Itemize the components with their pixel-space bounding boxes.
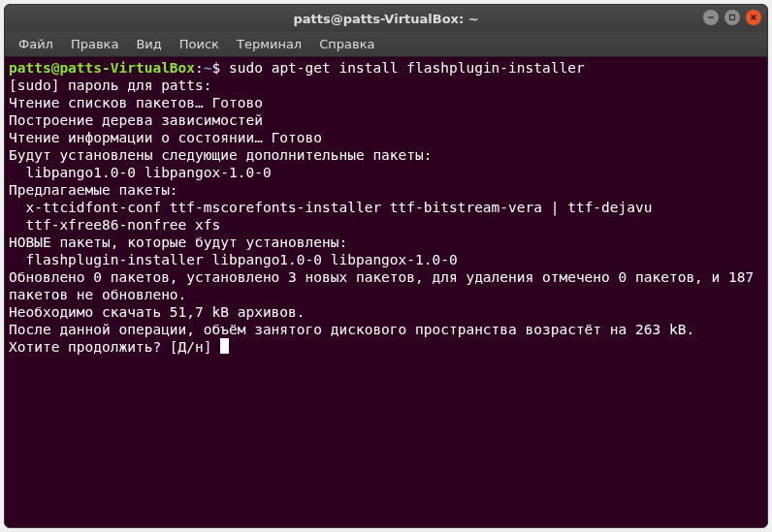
output-line: Предлагаемые пакеты: xyxy=(9,182,178,198)
svg-rect-1 xyxy=(730,16,735,20)
output-line: Чтение списков пакетов… Готово xyxy=(9,95,263,110)
menu-view[interactable]: Вид xyxy=(128,34,169,54)
prompt-dollar: $ xyxy=(212,60,229,76)
output-line: Необходимо скачать 51,7 kB архивов. xyxy=(9,304,306,320)
prompt-user-host: patts@patts-VirtualBox xyxy=(9,60,195,76)
output-line: Обновлено 0 пакетов, установлено 3 новых… xyxy=(9,269,762,302)
cursor xyxy=(220,338,229,354)
prompt-path: ~ xyxy=(204,60,212,76)
terminal-area[interactable]: patts@patts-VirtualBox:~$ sudo apt-get i… xyxy=(5,57,767,527)
prompt-colon: : xyxy=(195,60,204,76)
output-line: Построение дерева зависимостей xyxy=(9,112,263,128)
minimize-button[interactable] xyxy=(703,10,719,25)
output-line: ttf-xfree86-nonfree xfs xyxy=(9,217,220,233)
menubar: Файл Правка Вид Поиск Терминал Справка xyxy=(5,32,767,57)
titlebar[interactable]: patts@patts-VirtualBox: ~ xyxy=(5,5,767,32)
window-title: patts@patts-VirtualBox: ~ xyxy=(293,12,478,26)
close-icon xyxy=(750,14,757,21)
menu-search[interactable]: Поиск xyxy=(172,34,227,54)
maximize-button[interactable] xyxy=(724,10,740,25)
output-line: x-ttcidfont-conf ttf-mscorefonts-install… xyxy=(9,200,652,215)
menu-edit[interactable]: Правка xyxy=(63,34,126,54)
output-line: НОВЫЕ пакеты, которые будут установлены: xyxy=(9,235,347,250)
window-controls xyxy=(703,10,761,25)
menu-help[interactable]: Справка xyxy=(311,34,382,54)
maximize-icon xyxy=(728,14,736,21)
command-text: sudo apt-get install flashplugin-install… xyxy=(229,60,585,76)
output-line: Будут установлены следующие дополнительн… xyxy=(9,147,433,163)
output-prompt-continue: Хотите продолжить? [Д/н] xyxy=(9,339,220,355)
output-line: После данной операции, объём занятого ди… xyxy=(9,322,694,337)
output-line: Чтение информации о состоянии… Готово xyxy=(9,130,322,145)
terminal-window: patts@patts-VirtualBox: ~ Файл Правка Ви… xyxy=(4,4,768,528)
output-line: flashplugin-installer libpango1.0-0 libp… xyxy=(9,252,458,267)
output-line: [sudo] пароль для patts: xyxy=(9,78,212,93)
menu-terminal[interactable]: Терминал xyxy=(229,34,309,54)
menu-file[interactable]: Файл xyxy=(11,34,61,54)
output-line: libpango1.0-0 libpangox-1.0-0 xyxy=(9,165,272,180)
close-button[interactable] xyxy=(746,10,761,25)
minimize-icon xyxy=(707,14,715,21)
